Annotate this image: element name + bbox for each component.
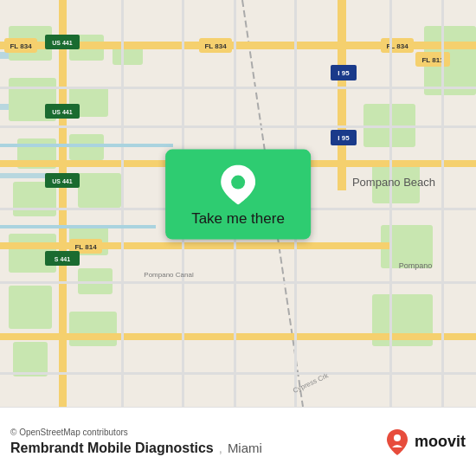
svg-text:FL 834: FL 834 xyxy=(10,42,32,50)
bottom-left-info: © OpenStreetMap contributors Rembrandt M… xyxy=(10,428,383,456)
bottom-bar: © OpenStreetMap contributors Rembrandt M… xyxy=(0,407,476,476)
svg-rect-61 xyxy=(121,0,124,407)
svg-rect-56 xyxy=(0,87,476,89)
svg-point-73 xyxy=(231,176,245,190)
svg-text:S 441: S 441 xyxy=(55,256,70,262)
business-name: Rembrandt Mobile Diagnostics xyxy=(10,441,214,456)
svg-rect-19 xyxy=(69,312,117,346)
openstreetmap-credit: © OpenStreetMap contributors xyxy=(10,428,383,437)
svg-rect-36 xyxy=(0,242,389,249)
svg-text:I 95: I 95 xyxy=(338,69,350,77)
svg-rect-10 xyxy=(9,286,52,329)
svg-rect-49 xyxy=(338,0,346,190)
svg-rect-60 xyxy=(0,372,476,375)
svg-text:US 441: US 441 xyxy=(52,40,72,46)
svg-rect-11 xyxy=(13,342,48,376)
svg-text:FL 834: FL 834 xyxy=(204,42,227,50)
svg-rect-65 xyxy=(389,0,392,407)
svg-text:FL 814: FL 814 xyxy=(74,243,97,251)
svg-text:FL 811: FL 811 xyxy=(421,56,444,64)
take-me-there-label: Take me there xyxy=(191,210,285,228)
svg-text:Pompano Beach: Pompano Beach xyxy=(352,176,435,189)
moovit-logo-icon xyxy=(383,428,411,456)
svg-text:I 95: I 95 xyxy=(338,134,350,142)
svg-text:Pompano: Pompano xyxy=(399,261,433,270)
svg-rect-57 xyxy=(0,125,476,128)
take-me-there-button[interactable]: Take me there xyxy=(165,150,311,240)
svg-text:US 441: US 441 xyxy=(52,178,72,184)
business-city: Miami xyxy=(228,441,262,455)
svg-rect-59 xyxy=(0,281,476,284)
comma-separator: , xyxy=(219,441,222,455)
svg-rect-40 xyxy=(59,0,67,407)
location-pin-icon xyxy=(221,165,255,205)
svg-rect-39 xyxy=(0,333,476,340)
map-view: FL 834 FL 834 FL 834 FL 845 FL 814 US 44… xyxy=(0,0,476,407)
svg-text:Pompano Canal: Pompano Canal xyxy=(144,271,194,279)
moovit-logo: moovit xyxy=(383,428,466,456)
svg-point-74 xyxy=(394,434,401,441)
moovit-text: moovit xyxy=(415,433,466,451)
svg-text:US 441: US 441 xyxy=(52,109,72,115)
svg-rect-66 xyxy=(441,0,444,407)
svg-rect-16 xyxy=(78,173,121,208)
